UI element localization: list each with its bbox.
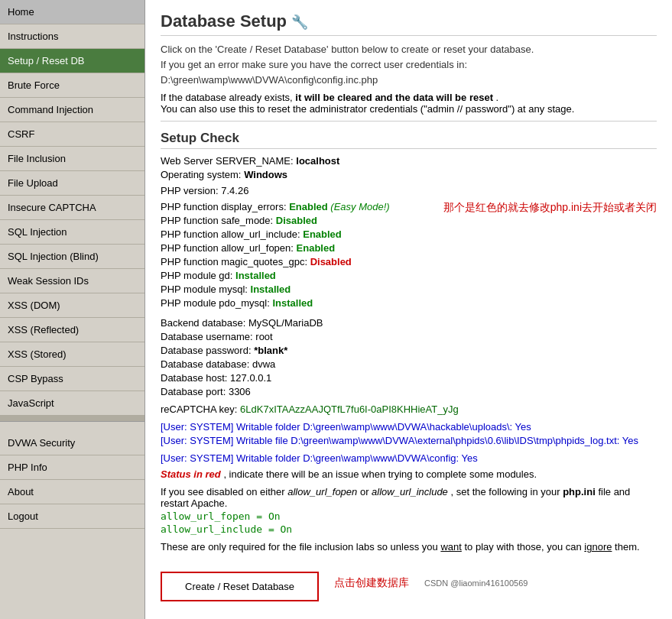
gd-value: Installed [235, 270, 276, 281]
allow-url-include-value: Enabled [303, 228, 342, 240]
php-version-value: 7.4.26 [221, 185, 248, 196]
check-section: PHP function display_errors: Enabled (Ea… [161, 199, 657, 311]
status-red-after: , indicate there will be an issue when t… [223, 468, 537, 480]
page-title: Database Setup 🔧 [161, 11, 657, 36]
os-value: Windows [244, 169, 287, 180]
mysql-row: PHP module mysql: Installed [161, 284, 428, 295]
sidebar-item-setup[interactable]: Setup / Reset DB [0, 49, 144, 73]
if-disabled-prefix: If you see disabled on either [161, 486, 285, 497]
set-following: , set the following in your [450, 486, 563, 497]
mysql-value: Installed [251, 284, 291, 295]
sidebar-item-javascript[interactable]: JavaScript [0, 391, 144, 416]
display-errors-extra: (Easy Mode!) [330, 201, 389, 212]
intro-line1: Click on the 'Create / Reset Database' b… [161, 44, 657, 55]
sidebar-item-sql-injection-blind[interactable]: SQL Injection (Blind) [0, 245, 144, 269]
allow-url-fopen-value: Enabled [297, 242, 336, 254]
sidebar-item-logout[interactable]: Logout [0, 504, 144, 529]
db-password-value: *blank* [254, 345, 287, 356]
display-errors-label: PHP function display_errors: [161, 201, 287, 212]
gd-row: PHP module gd: Installed [161, 270, 428, 281]
sidebar-item-command-injection[interactable]: Command Injection [0, 98, 144, 122]
sidebar-item-file-inclusion[interactable]: File Inclusion [0, 147, 144, 171]
if-disabled-text: If you see disabled on either allow_url_… [161, 486, 657, 509]
os-label: Operating system: [161, 169, 242, 180]
only-required-text: These are only required for the file inc… [161, 541, 657, 553]
warning-prefix: If the database already exists, [161, 92, 293, 103]
db-port-label: Database port: [161, 386, 226, 397]
safe-mode-label: PHP function safe_mode: [161, 215, 273, 226]
allow-url-fopen-label: PHP function allow_url_fopen: [161, 242, 294, 254]
sidebar-item-about[interactable]: About [0, 480, 144, 504]
play-text: to play with those, you can [464, 541, 584, 553]
want-text: want [440, 541, 461, 553]
sidebar-item-sql-injection[interactable]: SQL Injection [0, 220, 144, 245]
sidebar-item-brute-force[interactable]: Brute Force [0, 73, 144, 98]
sidebar-item-csp-bypass[interactable]: CSP Bypass [0, 367, 144, 391]
ignore-text: ignore [584, 541, 612, 553]
sidebar-item-dvwa-security[interactable]: DVWA Security [0, 431, 144, 455]
db-host-value: 127.0.0.1 [230, 372, 271, 384]
sidebar-nav: HomeInstructionsSetup / Reset DBBrute Fo… [0, 0, 144, 416]
sidebar-divider [0, 416, 144, 422]
allow-include-inline: allow_url_include [372, 486, 448, 497]
writable2: [User: SYSTEM] Writable file D:\green\wa… [161, 435, 657, 446]
check-left: PHP function display_errors: Enabled (Ea… [161, 199, 428, 311]
recaptcha-value: 6LdK7xITAAzzAAJQTfL7fu6I-0aPI8KHHieAT_yJ… [240, 403, 459, 415]
db-password-label: Database password: [161, 345, 252, 356]
sidebar-item-home[interactable]: Home [0, 0, 144, 24]
allow-url-include-row: PHP function allow_url_include: Enabled [161, 228, 428, 240]
sidebar-item-csrf[interactable]: CSRF [0, 122, 144, 147]
only-required-para: These are only required for the file inc… [161, 541, 657, 553]
magic-quotes-row: PHP function magic_quotes_gpc: Disabled [161, 256, 428, 267]
magic-quotes-label: PHP function magic_quotes_gpc: [161, 256, 307, 267]
writable-section: [User: SYSTEM] Writable folder D:\green\… [161, 421, 657, 446]
them-text: them. [615, 541, 640, 553]
warning-period: . [496, 92, 499, 103]
server-name-label: Web Server SERVER_NAME: [161, 155, 294, 167]
backend-db-value: MySQL/MariaDB [248, 317, 323, 329]
safe-mode-row: PHP function safe_mode: Disabled [161, 215, 428, 226]
display-errors-value: Enabled [289, 201, 328, 212]
sidebar-bottom-nav: DVWA SecurityPHP InfoAboutLogout [0, 422, 144, 529]
recaptcha-label: reCAPTCHA key: [161, 403, 237, 415]
pdo-label: PHP module pdo_mysql: [161, 297, 270, 309]
allow-fopen-inline: allow_url_fopen [287, 486, 357, 497]
writable3: [User: SYSTEM] Writable folder D:\green\… [161, 452, 657, 464]
sidebar-item-insecure-captcha[interactable]: Insecure CAPTCHA [0, 196, 144, 220]
db-username-label: Database username: [161, 331, 253, 342]
pdo-value: Installed [272, 297, 313, 309]
only-required-prefix: These are only required for the file inc… [161, 541, 438, 553]
db-username-row: Database username: root [161, 331, 657, 342]
magic-quotes-value: Disabled [310, 256, 352, 267]
page-title-text: Database Setup [161, 11, 287, 31]
display-errors-row: PHP function display_errors: Enabled (Ea… [161, 201, 428, 212]
server-name-value: localhost [296, 155, 339, 167]
db-host-row: Database host: 127.0.0.1 [161, 372, 657, 384]
status-red-row: Status in red , indicate there will be a… [161, 468, 657, 480]
os-row: Operating system: Windows [161, 169, 657, 180]
writable3-row: [User: SYSTEM] Writable folder D:\green\… [161, 452, 657, 464]
pdo-row: PHP module pdo_mysql: Installed [161, 297, 428, 309]
sidebar-item-instructions[interactable]: Instructions [0, 24, 144, 49]
allow-url-fopen-row: PHP function allow_url_fopen: Enabled [161, 242, 428, 254]
sidebar: HomeInstructionsSetup / Reset DBBrute Fo… [0, 0, 145, 619]
sidebar-item-xss-dom[interactable]: XSS (DOM) [0, 293, 144, 318]
backend-db-row: Backend database: MySQL/MariaDB [161, 317, 657, 329]
sidebar-item-file-upload[interactable]: File Upload [0, 171, 144, 196]
db-database-row: Database database: dvwa [161, 358, 657, 370]
gd-label: PHP module gd: [161, 270, 232, 281]
mysql-label: PHP module mysql: [161, 284, 248, 295]
db-password-row: Database password: *blank* [161, 345, 657, 356]
db-username-value: root [255, 331, 272, 342]
php-ini-ref: php.ini [563, 486, 596, 497]
warning-text: If the database already exists, it will … [161, 92, 657, 115]
db-database-label: Database database: [161, 358, 249, 370]
watermark: CSDN @liaomin416100569 [424, 578, 528, 588]
wrench-icon: 🔧 [291, 15, 308, 30]
db-database-value: dvwa [252, 358, 275, 370]
sidebar-item-xss-stored[interactable]: XSS (Stored) [0, 342, 144, 367]
sidebar-item-weak-session[interactable]: Weak Session IDs [0, 269, 144, 293]
create-reset-db-button[interactable]: Create / Reset Database [161, 572, 319, 601]
sidebar-item-xss-reflected[interactable]: XSS (Reflected) [0, 318, 144, 342]
sidebar-item-php-info[interactable]: PHP Info [0, 455, 144, 480]
